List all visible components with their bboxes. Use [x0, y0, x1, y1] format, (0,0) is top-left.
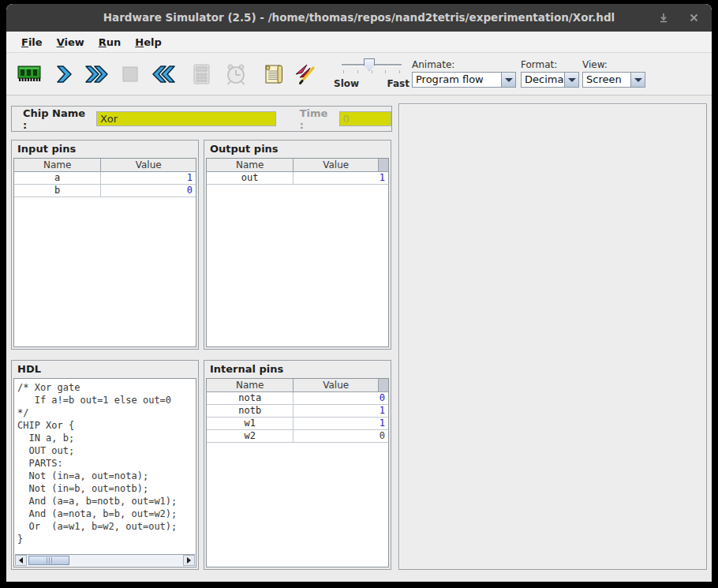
- column-header-name: Name: [14, 159, 101, 171]
- pin-name: w1: [207, 418, 294, 429]
- chevron-down-icon[interactable]: [630, 72, 645, 88]
- chip-name-field[interactable]: Xor: [96, 111, 276, 126]
- run-button[interactable]: [80, 58, 114, 91]
- animate-select[interactable]: Program flow: [412, 72, 516, 88]
- step-forward-icon: [53, 63, 75, 85]
- hdl-code: /* Xor gate If a!=b out=1 else out=0 */ …: [15, 380, 195, 554]
- pin-value: 0: [294, 430, 388, 442]
- pin-value: 1: [294, 172, 388, 184]
- column-header-value: Value: [101, 159, 196, 171]
- table-row: w1 1: [207, 418, 388, 430]
- menu-view[interactable]: View: [50, 34, 92, 51]
- view-select[interactable]: Screen: [582, 72, 645, 88]
- menu-bar: File View Run Help: [6, 32, 712, 53]
- internal-pins-table: Name Value nota 0 notb 1 w1 1 w2 0: [206, 378, 389, 567]
- script-scroll-icon: [262, 62, 286, 86]
- calculator-button: [185, 58, 218, 91]
- breakpoints-button[interactable]: [289, 58, 322, 91]
- pin-name: notb: [207, 405, 294, 417]
- format-group: Format: Decimal: [521, 59, 579, 88]
- format-select[interactable]: Decimal: [521, 72, 579, 88]
- internal-pins-title: Internal pins: [204, 361, 391, 377]
- title-bar: Hardware Simulator (2.5) - /home/thomas/…: [6, 4, 712, 32]
- reset-button[interactable]: [147, 58, 180, 91]
- horizontal-scrollbar[interactable]: [15, 554, 195, 566]
- single-step-button[interactable]: [47, 58, 80, 91]
- slider-fast-label: Fast: [387, 78, 409, 89]
- animate-label: Animate:: [412, 59, 516, 70]
- iconify-icon[interactable]: [656, 11, 671, 25]
- menu-file[interactable]: File: [14, 34, 50, 51]
- stop-button: [114, 58, 147, 91]
- flag-pencil-icon: [294, 62, 317, 86]
- scrollbar-thumb[interactable]: [28, 556, 69, 565]
- calculator-icon: [190, 62, 212, 86]
- chip-icon: [16, 62, 43, 86]
- scroll-right-icon[interactable]: [183, 555, 195, 566]
- pin-name: b: [14, 185, 101, 197]
- input-pins-panel: Input pins Name Value a 1 b 0: [11, 140, 199, 350]
- pin-name: a: [14, 172, 101, 184]
- clock-button: [219, 58, 252, 91]
- pin-value: 1: [294, 418, 388, 429]
- view-group: View: Screen: [582, 59, 645, 88]
- column-header-name: Name: [207, 379, 294, 391]
- table-header-corner: [378, 159, 388, 171]
- format-value[interactable]: Decimal: [521, 72, 564, 88]
- fast-forward-icon: [83, 63, 111, 85]
- pin-value[interactable]: 0: [101, 185, 196, 197]
- rewind-icon: [149, 63, 178, 85]
- output-pins-table: Name Value out 1: [206, 158, 389, 347]
- chip-name-label: Chip Name :: [23, 107, 92, 131]
- app-window: Hardware Simulator (2.5) - /home/thomas/…: [6, 4, 712, 582]
- pin-name: w2: [207, 430, 294, 442]
- time-field: 0: [339, 111, 391, 126]
- window-title: Hardware Simulator (2.5) - /home/thomas/…: [6, 4, 712, 32]
- close-icon[interactable]: [686, 11, 701, 25]
- hdl-viewer: /* Xor gate If a!=b out=1 else out=0 */ …: [13, 378, 196, 567]
- table-header-corner: [378, 379, 388, 391]
- internal-pins-panel: Internal pins Name Value nota 0 notb 1 w…: [204, 360, 391, 570]
- slider-thumb[interactable]: [364, 58, 375, 71]
- view-label: View:: [582, 59, 645, 70]
- table-row: w2 0: [207, 430, 388, 443]
- animate-value[interactable]: Program flow: [412, 72, 501, 88]
- chip-name-bar: Chip Name : Xor Time : 0: [11, 106, 392, 132]
- pin-value: 1: [294, 405, 388, 417]
- time-label: Time :: [300, 107, 335, 131]
- table-row: nota 0: [207, 392, 388, 405]
- table-row: out 1: [207, 172, 388, 185]
- animate-group: Animate: Program flow: [412, 59, 516, 88]
- load-chip-button[interactable]: [13, 58, 46, 91]
- menu-help[interactable]: Help: [128, 34, 168, 51]
- hdl-title: HDL: [12, 361, 198, 377]
- output-pins-title: Output pins: [204, 140, 391, 157]
- table-row: notb 1: [207, 405, 388, 418]
- view-hdl-button[interactable]: [257, 58, 290, 91]
- toolbar: Slow Fast Animate: Program flow Format: …: [6, 53, 712, 96]
- output-pins-panel: Output pins Name Value out 1: [204, 140, 391, 350]
- pin-value: 0: [294, 392, 388, 404]
- pin-value[interactable]: 1: [101, 172, 196, 184]
- input-pins-title: Input pins: [12, 140, 198, 157]
- scroll-left-icon[interactable]: [15, 555, 27, 566]
- hdl-panel: HDL /* Xor gate If a!=b out=1 else out=0…: [11, 360, 199, 570]
- column-header-value: Value: [294, 379, 378, 391]
- table-row: b 0: [14, 185, 196, 197]
- screen-display-area: [398, 103, 707, 570]
- speed-slider: Slow Fast: [334, 56, 409, 92]
- column-header-name: Name: [207, 159, 294, 171]
- pin-name: out: [207, 172, 294, 184]
- view-value[interactable]: Screen: [582, 72, 630, 88]
- slider-ticks: [343, 70, 400, 73]
- chevron-down-icon[interactable]: [564, 72, 579, 88]
- table-row: a 1: [14, 172, 196, 185]
- column-header-value: Value: [294, 159, 378, 171]
- input-pins-table: Name Value a 1 b 0: [13, 158, 196, 347]
- format-label: Format:: [521, 59, 579, 70]
- slider-slow-label: Slow: [334, 78, 359, 89]
- chevron-down-icon[interactable]: [501, 72, 516, 88]
- alarm-clock-icon: [224, 62, 248, 86]
- pin-name: nota: [207, 392, 294, 404]
- menu-run[interactable]: Run: [92, 34, 129, 51]
